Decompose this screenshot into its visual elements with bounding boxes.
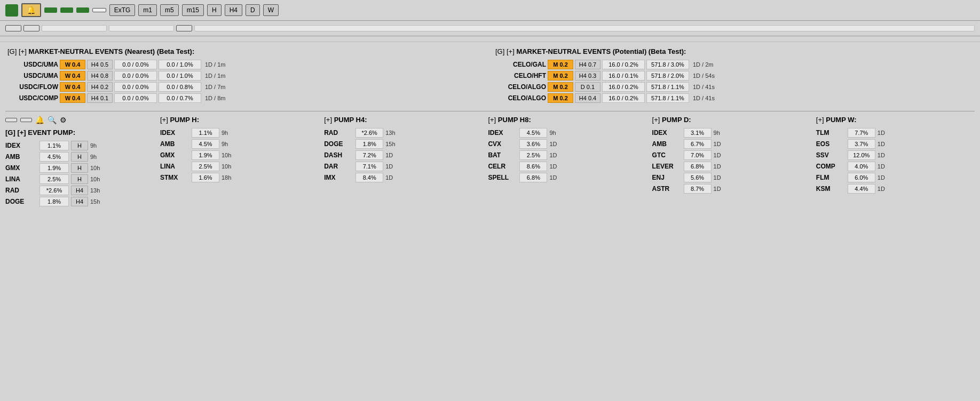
pump-h-title: [+] PUMP H:: [160, 116, 319, 124]
open-filter-button[interactable]: [5, 25, 21, 31]
time-badge: [5, 4, 18, 17]
pump-d-rows: IDEX 3.1% 9h AMB 6.7% 1D GTC 7.0% 1D LEV…: [652, 128, 811, 194]
timeframe-d[interactable]: D: [246, 4, 260, 16]
bottom-section: 🔔 🔍 ⚙ [G] [+] EVENT PUMP: IDEX 1.1% H 9h…: [0, 116, 980, 213]
cell-time: 1D / 54s: [693, 73, 715, 79]
timeframe-m5[interactable]: m5: [160, 4, 179, 16]
pump-val: 6.8%: [519, 173, 547, 182]
timeframe-extg[interactable]: ExTG: [109, 4, 136, 16]
cell-val1: 16.0 / 0.2%: [602, 60, 645, 69]
cell-val2: 0.0 / 0.8%: [159, 82, 201, 92]
pump-val: 4.5%: [192, 139, 219, 149]
cell-orange: M 0.2: [548, 71, 573, 81]
list-item: LINA 2.5% H 10h: [5, 174, 155, 184]
timeframe-w[interactable]: W: [263, 4, 279, 16]
pump-symbol: RAD: [5, 187, 37, 194]
list-item: COMP 4.0% 1D: [816, 162, 975, 171]
pump-time: 1D: [714, 163, 721, 170]
timeframe-h[interactable]: H: [207, 4, 222, 16]
list-item: DAR 7.1% 1D: [324, 162, 483, 171]
list-item: DOGE 1.8% H4 15h: [5, 197, 155, 206]
cell-val1: 0.0 / 0.0%: [114, 60, 157, 69]
event-symbol: CELO/HFT: [495, 72, 546, 79]
events-nearest-rows: USDC/UMA W 0.4 H4 0.5 0.0 / 0.0% 0.0 / 1…: [7, 60, 485, 103]
pump-symbol: COMP: [816, 163, 845, 170]
pump-symbol: CVX: [488, 140, 517, 148]
cell-time: 1D / 1m: [205, 61, 226, 68]
table-row: USDC/FLOW W 0.4 H4 0.2 0.0 / 0.0% 0.0 / …: [7, 82, 485, 92]
events-potential-panel: [G] [+] MARKET-NEUTRAL EVENTS (Potential…: [495, 47, 973, 105]
pump-val: 1.9%: [39, 163, 69, 173]
table-row: CELO/HFT M 0.2 H4 0.3 16.0 / 0.1% 571.8 …: [495, 71, 973, 81]
use-by-volume-button[interactable]: [176, 25, 192, 31]
search-icon-pump[interactable]: 🔍: [48, 116, 57, 124]
cell-time: 1D / 7m: [205, 84, 226, 90]
multigraph-button[interactable]: [92, 8, 106, 12]
event-pump-title: [G] [+] EVENT PUMP:: [5, 129, 155, 137]
pump-h4-rows: RAD *2.6% 13h DOGE 1.8% 15h DASH 7.2% 1D…: [324, 128, 483, 182]
pct-button[interactable]: [5, 118, 17, 122]
cell-gray: H4 0.4: [575, 93, 600, 103]
list-item: GMX 1.9% H 10h: [5, 163, 155, 173]
table-row: CELO/ALGO M 0.2 H4 0.4 16.0 / 0.2% 571.8…: [495, 93, 973, 103]
pump-h8-title: [+] PUMP H8:: [488, 116, 646, 124]
cell-gray: H4 0.2: [87, 82, 113, 92]
pump-time: 1D: [878, 186, 885, 192]
list-item: RAD *2.6% H4 13h: [5, 186, 155, 195]
pump-symbol: STMX: [160, 174, 189, 181]
atr-button[interactable]: [44, 7, 57, 13]
bell-icon-pump[interactable]: 🔔: [35, 116, 44, 124]
pump-time: 1D: [878, 141, 885, 147]
pump-time: 15h: [385, 141, 395, 147]
pump-symbol: AMB: [652, 140, 682, 148]
pump-h8-panel: [+] PUMP H8: IDEX 4.5% 9h CVX 3.6% 1D BA…: [488, 116, 646, 208]
pump-time: 1D: [714, 141, 721, 147]
pump-h4-title: [+] PUMP H4:: [324, 116, 483, 124]
pump-time: 1D: [549, 152, 557, 158]
cell-val1: 16.0 / 0.2%: [602, 93, 645, 103]
pump-d-panel: [+] PUMP D: IDEX 3.1% 9h AMB 6.7% 1D GTC…: [652, 116, 811, 208]
pump-symbol: KSM: [816, 185, 845, 193]
cell-orange: W 0.4: [60, 71, 85, 81]
list-item: STMX 1.6% 18h: [160, 173, 319, 182]
pips-button[interactable]: [76, 7, 89, 13]
pump-symbol: IDEX: [488, 129, 517, 137]
timeframe-h4[interactable]: H4: [225, 4, 242, 16]
pump-val: 8.7%: [684, 184, 712, 194]
pump-time: 10h: [90, 176, 100, 182]
pump-time: 9h: [714, 130, 720, 136]
real-button[interactable]: [60, 7, 73, 13]
cell-time: 1D / 8m: [205, 95, 226, 101]
pump-val: 4.5%: [519, 128, 547, 138]
pump-time: 1D: [385, 152, 393, 158]
cell-gray: H4 0.5: [87, 60, 113, 69]
cell-val2: 571.8 / 1.1%: [646, 82, 689, 92]
list-item: AMB 6.7% 1D: [652, 139, 811, 149]
table-row: CELO/ALGO M 0.2 D 0.1 16.0 / 0.2% 571.8 …: [495, 82, 973, 92]
event-symbol: USDC/COMP: [7, 94, 58, 102]
cell-val2: 0.0 / 1.0%: [159, 60, 201, 69]
pump-val: 7.7%: [848, 128, 875, 138]
list-item: AMB 4.5% H 9h: [5, 152, 155, 162]
h-button[interactable]: [20, 118, 32, 122]
cell-time: 1D / 41s: [693, 95, 715, 101]
timeframe-m15[interactable]: m15: [182, 4, 204, 16]
use-by-symbol-button[interactable]: [23, 25, 39, 31]
gear-icon-pump[interactable]: ⚙: [60, 116, 67, 124]
pump-time: 1D: [549, 174, 557, 181]
pump-tf: H: [71, 174, 88, 184]
pump-time: 9h: [90, 154, 97, 160]
timeframe-m1[interactable]: m1: [138, 4, 157, 16]
list-item: EOS 3.7% 1D: [816, 139, 975, 149]
pump-symbol: GMX: [160, 151, 189, 159]
pump-time: 10h: [222, 163, 231, 170]
pump-symbol: GTC: [652, 151, 682, 159]
list-item: SSV 12.0% 1D: [816, 150, 975, 160]
pump-symbol: ENJ: [652, 174, 682, 181]
pump-time: 1D: [878, 152, 885, 158]
list-item: IDEX 3.1% 9h: [652, 128, 811, 138]
bell-button[interactable]: 🔔: [21, 3, 41, 17]
pump-w-panel: [+] PUMP W: TLM 7.7% 1D EOS 3.7% 1D SSV …: [816, 116, 975, 208]
pump-tf: H: [71, 141, 88, 150]
pump-val: 1.6%: [192, 173, 219, 182]
